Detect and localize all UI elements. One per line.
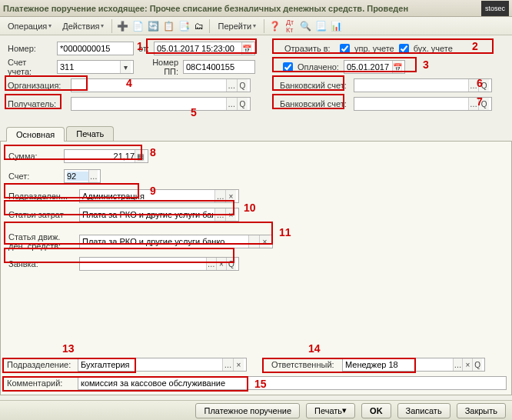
date-field[interactable]: 📅 bbox=[154, 42, 255, 55]
account-field[interactable]: ▾ bbox=[57, 60, 134, 74]
clear-icon[interactable]: × bbox=[462, 358, 472, 371]
bank1-field[interactable]: … Q bbox=[354, 78, 492, 92]
add-icon[interactable]: ➕ bbox=[115, 19, 129, 33]
refresh-icon[interactable]: 🔄 bbox=[146, 19, 160, 33]
select-icon[interactable]: … bbox=[468, 79, 479, 92]
post-icon[interactable]: 📑 bbox=[177, 19, 191, 33]
number-field[interactable] bbox=[57, 42, 134, 55]
org-label: Организация: bbox=[6, 81, 68, 90]
report-icon[interactable]: 📊 bbox=[329, 19, 343, 33]
number-label: Номер: bbox=[6, 44, 54, 53]
podrazd-field[interactable]: … × bbox=[79, 189, 239, 203]
buh-label: бух. учете bbox=[412, 44, 454, 53]
stosec-logo: stosec bbox=[481, 1, 509, 16]
pp-field[interactable] bbox=[183, 60, 255, 74]
tab-panel-main: Сумма: ▦ Счет: … Подразделен... … × Стат… bbox=[0, 142, 512, 395]
sum-label: Сумма: bbox=[7, 152, 61, 161]
open-icon[interactable]: Q bbox=[237, 98, 248, 110]
open-icon[interactable]: Q bbox=[237, 79, 248, 92]
stati-label: Статьи затрат bbox=[7, 210, 76, 219]
upr-label: упр. учете bbox=[353, 44, 396, 53]
clear-icon[interactable]: × bbox=[225, 190, 236, 202]
select-icon[interactable]: … bbox=[214, 208, 225, 221]
clear-icon[interactable]: × bbox=[233, 358, 244, 371]
paid-label: Оплачено: bbox=[296, 62, 341, 72]
select-icon[interactable]: … bbox=[453, 358, 463, 371]
calendar-icon[interactable]: 📅 bbox=[392, 61, 402, 73]
tab-print[interactable]: Печать bbox=[66, 126, 114, 141]
print-button[interactable]: Печать ▾ bbox=[306, 403, 355, 418]
clear-icon[interactable]: × bbox=[216, 258, 226, 270]
select-icon[interactable]: … bbox=[214, 190, 225, 202]
dvizh-label: Статья движ.ден. средств: bbox=[7, 232, 76, 251]
open-icon[interactable]: Q bbox=[472, 358, 482, 371]
comment-field[interactable] bbox=[78, 376, 507, 390]
operation-menu[interactable]: Операция bbox=[3, 18, 56, 34]
schet-label: Счет: bbox=[7, 172, 61, 181]
list-icon[interactable]: 📃 bbox=[314, 19, 327, 33]
paid-date-field[interactable]: 📅 bbox=[344, 60, 405, 74]
open-icon[interactable]: Q bbox=[226, 258, 236, 270]
bank2-field[interactable]: … Q bbox=[354, 97, 492, 111]
clear-icon[interactable]: × bbox=[259, 235, 270, 248]
actions-menu[interactable]: Действия bbox=[58, 18, 108, 34]
recipient-field[interactable]: … Q bbox=[71, 97, 251, 111]
calc-icon[interactable]: ▦ bbox=[135, 150, 145, 162]
select-icon[interactable]: … bbox=[222, 358, 233, 371]
bottom-bar: Платежное поручение Печать ▾ OK Записать… bbox=[0, 400, 512, 420]
buh-checkbox[interactable] bbox=[399, 44, 409, 54]
schet-field[interactable]: … bbox=[64, 169, 101, 183]
stati-field[interactable]: … × bbox=[79, 208, 239, 222]
copy-icon[interactable]: 📋 bbox=[161, 19, 175, 33]
calendar-icon[interactable]: 📅 bbox=[241, 42, 252, 55]
org-field[interactable]: … Q bbox=[71, 78, 251, 92]
ok-button[interactable]: OK bbox=[361, 403, 391, 418]
save-icon[interactable]: 📄 bbox=[131, 19, 145, 33]
bank1-label: Банковский счет: bbox=[278, 81, 351, 90]
dtkt-icon[interactable]: ДтКт bbox=[283, 19, 297, 33]
footer-podrazd-field[interactable]: … × bbox=[78, 358, 247, 372]
tab-main[interactable]: Основная bbox=[6, 127, 65, 142]
goto-menu[interactable]: Перейти bbox=[213, 18, 261, 34]
account-label: Счет учета: bbox=[6, 58, 54, 76]
select-icon[interactable]: … bbox=[206, 258, 216, 270]
paid-checkbox[interactable] bbox=[283, 62, 293, 72]
bank2-label: Банковский счет: bbox=[278, 99, 351, 108]
comment-label: Комментарий: bbox=[5, 378, 75, 388]
open-icon[interactable]: Q bbox=[478, 98, 489, 110]
recipient-label: Получатель: bbox=[6, 99, 68, 108]
podrazd-label: Подразделен... bbox=[7, 192, 76, 201]
dropdown-icon[interactable]: ▾ bbox=[120, 61, 131, 73]
zayavka-label: Заявка: bbox=[7, 259, 76, 268]
responsible-field[interactable]: … × Q bbox=[342, 358, 485, 372]
zayavka-field[interactable]: … × Q bbox=[79, 257, 239, 271]
select-icon[interactable]: … bbox=[88, 170, 98, 182]
pp-label: Номер ПП: bbox=[137, 58, 180, 76]
select-icon[interactable]: … bbox=[226, 79, 237, 92]
close-button[interactable]: Закрыть bbox=[457, 403, 506, 418]
search-icon[interactable]: 🔍 bbox=[298, 19, 312, 33]
select-icon[interactable]: … bbox=[226, 98, 237, 110]
footer-podrazd-label: Подразделение: bbox=[5, 360, 75, 369]
responsible-label: Ответственный: bbox=[270, 360, 339, 369]
clear-icon[interactable]: × bbox=[225, 208, 236, 221]
select-icon[interactable]: … bbox=[468, 98, 479, 110]
sum-field[interactable]: ▦ bbox=[64, 149, 148, 163]
window-title: Платежное поручение исходящее: Прочее сп… bbox=[3, 4, 481, 13]
reflect-label: Отразить в: bbox=[283, 44, 337, 53]
struct-icon[interactable]: 🗂 bbox=[192, 19, 206, 33]
tab-strip: Основная Печать bbox=[0, 126, 512, 142]
form-header: Номер: от: 📅 Отразить в: упр. учете бух.… bbox=[0, 35, 512, 122]
main-toolbar: Операция Действия ➕ 📄 🔄 📋 📑 🗂 Перейти ❓ … bbox=[0, 17, 512, 35]
dvizh-field[interactable]: … × bbox=[79, 235, 273, 248]
select-icon[interactable]: … bbox=[248, 235, 259, 248]
window-titlebar: Платежное поручение исходящее: Прочее сп… bbox=[0, 0, 512, 17]
open-icon[interactable]: Q bbox=[478, 79, 489, 92]
payment-order-button[interactable]: Платежное поручение bbox=[195, 403, 300, 418]
date-label: от: bbox=[137, 44, 151, 53]
help-icon[interactable]: ❓ bbox=[268, 19, 281, 33]
upr-checkbox[interactable] bbox=[340, 44, 350, 54]
write-button[interactable]: Записать bbox=[397, 403, 450, 418]
